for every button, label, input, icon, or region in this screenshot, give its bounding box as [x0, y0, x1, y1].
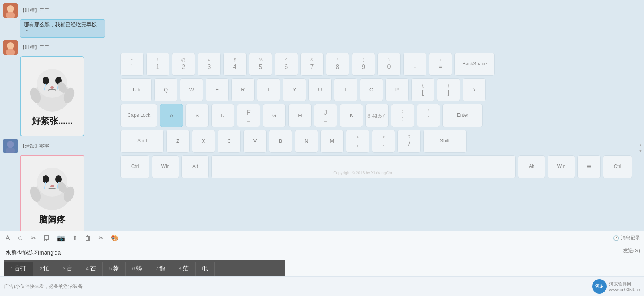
- svg-point-4: [7, 42, 14, 49]
- camera-button[interactable]: 📷: [55, 233, 67, 243]
- ime-candidate-5[interactable]: 5莽: [103, 262, 126, 276]
- keyboard-row-asdf: Caps Lock A S D F_ G H J_ K L :; "' Ente…: [120, 104, 632, 127]
- ime-candidate-3[interactable]: 3盲: [56, 262, 79, 276]
- key-win-right[interactable]: Win: [548, 155, 575, 178]
- key-tilde[interactable]: ~`: [120, 53, 144, 76]
- key-equals[interactable]: +=: [429, 53, 452, 76]
- key-w[interactable]: W: [180, 78, 203, 101]
- key-comma[interactable]: <,: [346, 130, 369, 153]
- key-quote[interactable]: "': [417, 104, 440, 127]
- svg-point-17: [7, 141, 14, 148]
- key-y[interactable]: Y: [283, 78, 306, 101]
- key-k[interactable]: K: [340, 104, 363, 127]
- key-rbrace[interactable]: }]: [437, 78, 460, 101]
- ime-candidate-9[interactable]: 氓: [196, 262, 215, 276]
- scroll-up-arrow[interactable]: ▲: [638, 143, 642, 147]
- message-header-1: 【吐槽】三三: [3, 3, 105, 18]
- key-slash[interactable]: ?/: [397, 130, 421, 153]
- upload-button[interactable]: ⬆: [71, 233, 79, 243]
- key-r[interactable]: R: [231, 78, 255, 101]
- key-t[interactable]: T: [257, 78, 280, 101]
- send-button[interactable]: 发送(S): [623, 247, 640, 254]
- key-6[interactable]: ^6: [275, 53, 298, 76]
- key-backslash[interactable]: \: [463, 78, 486, 101]
- key-ctrl-right[interactable]: Ctrl: [603, 155, 632, 178]
- key-n[interactable]: N: [295, 130, 318, 153]
- key-0[interactable]: )0: [377, 53, 401, 76]
- msg-history-button[interactable]: 🕐 消息记录: [613, 235, 640, 241]
- key-o[interactable]: O: [360, 78, 383, 101]
- cut-button[interactable]: ✂: [97, 233, 105, 243]
- key-q[interactable]: Q: [154, 78, 177, 101]
- key-semicolon[interactable]: :;: [391, 104, 414, 127]
- key-e[interactable]: E: [206, 78, 229, 101]
- key-1[interactable]: !1: [146, 53, 169, 76]
- key-b[interactable]: B: [269, 130, 292, 153]
- key-a[interactable]: A: [160, 104, 183, 127]
- keyboard-row-zxcv: Shift Z X C V B N M <, >. ?/ Shift: [120, 130, 632, 153]
- color-button[interactable]: 🎨: [109, 233, 120, 243]
- ime-candidate-1[interactable]: 1盲打: [4, 262, 33, 276]
- key-s[interactable]: S: [185, 104, 209, 127]
- key-5[interactable]: %5: [249, 53, 272, 76]
- chat-area: 【吐槽】三三 哪有那么黑，我都已经吃完早饭了 【吐槽】三三: [0, 0, 644, 231]
- key-capslock[interactable]: Caps Lock: [120, 104, 157, 127]
- message-block-2: 【吐槽】三三: [3, 40, 105, 136]
- scroll-indicator: ▲ ▼: [637, 141, 644, 155]
- key-space[interactable]: Copyright © 2016 by XiaYangChn: [211, 155, 516, 178]
- message-input[interactable]: 水群也能练习mang'da: [4, 247, 640, 259]
- key-g[interactable]: G: [263, 104, 286, 127]
- key-minus[interactable]: _-: [403, 53, 426, 76]
- emoji-button[interactable]: ☺: [16, 234, 25, 243]
- ime-num-8: 8: [179, 266, 181, 272]
- key-v[interactable]: V: [243, 130, 267, 153]
- key-z[interactable]: Z: [166, 130, 190, 153]
- key-menu[interactable]: ≡: [577, 155, 601, 178]
- key-lbrace[interactable]: {[: [411, 78, 434, 101]
- trash-button[interactable]: 🗑: [83, 234, 93, 243]
- ime-candidate-2[interactable]: 2忙: [33, 262, 57, 276]
- key-period[interactable]: >.: [372, 130, 395, 153]
- ime-candidate-7[interactable]: 7龍: [149, 262, 172, 276]
- key-7[interactable]: &7: [300, 53, 324, 76]
- key-m[interactable]: M: [320, 130, 344, 153]
- key-c[interactable]: C: [218, 130, 241, 153]
- send-area: 水群也能练习mang'da 发送(S): [0, 245, 644, 260]
- key-2[interactable]: @2: [172, 53, 195, 76]
- key-alt-left[interactable]: Alt: [181, 155, 209, 178]
- key-3[interactable]: #3: [198, 53, 221, 76]
- key-h[interactable]: H: [288, 104, 312, 127]
- key-f[interactable]: F_: [237, 104, 260, 127]
- key-alt-right[interactable]: Alt: [518, 155, 545, 178]
- ime-candidate-8[interactable]: 8茫: [172, 262, 196, 276]
- ime-candidate-6[interactable]: 6蟒: [126, 262, 149, 276]
- key-u[interactable]: U: [308, 78, 332, 101]
- key-shift-right[interactable]: Shift: [423, 130, 467, 153]
- key-tab[interactable]: Tab: [120, 78, 152, 101]
- key-l[interactable]: L: [365, 104, 389, 127]
- key-p[interactable]: P: [385, 78, 409, 101]
- key-i[interactable]: I: [334, 78, 357, 101]
- ime-candidate-4[interactable]: 4芒: [79, 262, 103, 276]
- key-8[interactable]: *8: [326, 53, 349, 76]
- scissors-button[interactable]: ✂: [29, 233, 38, 243]
- key-4[interactable]: $4: [223, 53, 247, 76]
- key-9[interactable]: (9: [352, 53, 375, 76]
- key-win-left[interactable]: Win: [152, 155, 179, 178]
- key-x[interactable]: X: [192, 130, 215, 153]
- key-enter[interactable]: Enter: [442, 104, 483, 127]
- font-button[interactable]: A: [4, 234, 12, 243]
- ime-num-4: 4: [86, 266, 89, 272]
- key-backspace[interactable]: BackSpace: [454, 53, 495, 76]
- key-j[interactable]: J_: [314, 104, 337, 127]
- ime-bar-container: 1盲打 2忙 3盲 4芒 5莽 6蟒 7龍 8茫 氓: [0, 260, 644, 276]
- key-shift-left[interactable]: Shift: [120, 130, 164, 153]
- toolbar: A ☺ ✂ 🖼 📷 ⬆ 🗑 ✂ 🎨 🕐 消息记录: [0, 231, 644, 245]
- svg-point-8: [43, 77, 49, 85]
- scroll-down-arrow[interactable]: ▼: [638, 149, 642, 153]
- ime-num-2: 2: [40, 266, 43, 272]
- image-button[interactable]: 🖼: [42, 234, 51, 243]
- key-ctrl-left[interactable]: Ctrl: [120, 155, 149, 178]
- key-d[interactable]: D: [211, 104, 234, 127]
- ad-bar: 广告)小伙伴快来看，必备的游泳装备 河东 河东软件网 www.pc0359.cn: [0, 276, 644, 296]
